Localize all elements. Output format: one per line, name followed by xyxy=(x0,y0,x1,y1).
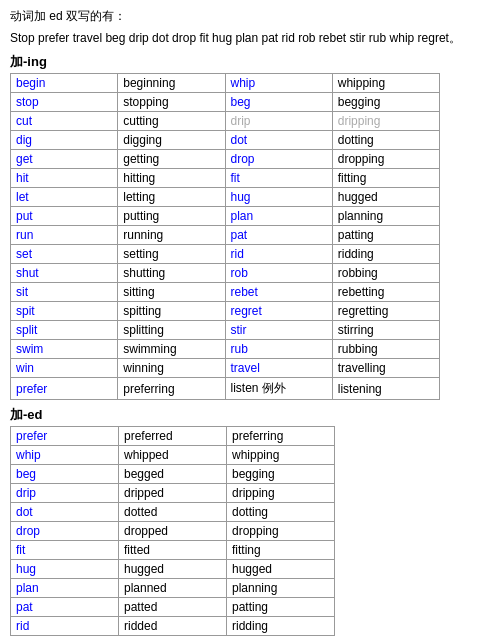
ing-cell: whipping xyxy=(332,74,439,93)
ed-cell: prefer xyxy=(11,427,119,446)
intro-text: Stop prefer travel beg drip dot drop fit… xyxy=(10,29,490,47)
ed-cell: dropped xyxy=(119,522,227,541)
ing-cell: dot xyxy=(225,131,332,150)
ed-cell: rid xyxy=(11,617,119,636)
ing-cell: digging xyxy=(118,131,225,150)
ing-cell: travelling xyxy=(332,359,439,378)
ing-cell: preferring xyxy=(118,378,225,400)
ing-cell: prefer xyxy=(11,378,118,400)
ed-cell: beg xyxy=(11,465,119,484)
ed-title: 加-ed xyxy=(10,406,490,424)
ed-cell: whip xyxy=(11,446,119,465)
ing-cell: splitting xyxy=(118,321,225,340)
ing-cell: rebet xyxy=(225,283,332,302)
ing-cell: regretting xyxy=(332,302,439,321)
ed-cell: fitted xyxy=(119,541,227,560)
ed-cell: dotted xyxy=(119,503,227,522)
ing-cell: shutting xyxy=(118,264,225,283)
ing-cell: getting xyxy=(118,150,225,169)
ing-cell: swimming xyxy=(118,340,225,359)
ing-cell: rebetting xyxy=(332,283,439,302)
ing-cell: pat xyxy=(225,226,332,245)
ing-cell: running xyxy=(118,226,225,245)
ing-cell: dotting xyxy=(332,131,439,150)
ed-cell: ridded xyxy=(119,617,227,636)
ed-cell: hugged xyxy=(119,560,227,579)
ed-table: preferpreferredpreferringwhipwhippedwhip… xyxy=(10,426,335,636)
ing-cell: hit xyxy=(11,169,118,188)
ing-cell: dripping xyxy=(332,112,439,131)
ed-cell: patting xyxy=(227,598,335,617)
ing-cell: fitting xyxy=(332,169,439,188)
ing-cell: set xyxy=(11,245,118,264)
ing-cell: letting xyxy=(118,188,225,207)
ing-cell: travel xyxy=(225,359,332,378)
ing-cell: dig xyxy=(11,131,118,150)
ing-cell: hug xyxy=(225,188,332,207)
ing-cell: putting xyxy=(118,207,225,226)
ing-cell: hitting xyxy=(118,169,225,188)
ing-cell: begin xyxy=(11,74,118,93)
ed-cell: whipped xyxy=(119,446,227,465)
ing-cell: patting xyxy=(332,226,439,245)
ed-cell: fitting xyxy=(227,541,335,560)
ing-cell: sitting xyxy=(118,283,225,302)
ing-cell: rub xyxy=(225,340,332,359)
ed-cell: dripping xyxy=(227,484,335,503)
ed-cell: dotting xyxy=(227,503,335,522)
ing-cell: shut xyxy=(11,264,118,283)
ing-cell: hugged xyxy=(332,188,439,207)
ing-cell: dropping xyxy=(332,150,439,169)
ed-cell: preferred xyxy=(119,427,227,446)
ing-cell: stir xyxy=(225,321,332,340)
ing-cell: stopping xyxy=(118,93,225,112)
ing-cell: begging xyxy=(332,93,439,112)
ing-cell: beg xyxy=(225,93,332,112)
ing-cell: swim xyxy=(11,340,118,359)
ing-cell: drip xyxy=(225,112,332,131)
ing-cell: drop xyxy=(225,150,332,169)
ed-cell: hug xyxy=(11,560,119,579)
ing-cell: stop xyxy=(11,93,118,112)
ed-cell: planned xyxy=(119,579,227,598)
ing-cell: rubbing xyxy=(332,340,439,359)
ed-cell: drop xyxy=(11,522,119,541)
ing-cell: get xyxy=(11,150,118,169)
ed-cell: planning xyxy=(227,579,335,598)
ing-cell: planning xyxy=(332,207,439,226)
ing-cell: robbing xyxy=(332,264,439,283)
ed-cell: preferring xyxy=(227,427,335,446)
ing-cell: win xyxy=(11,359,118,378)
section-title: 动词加 ed 双写的有： xyxy=(10,8,490,25)
ing-cell: listen 例外 xyxy=(225,378,332,400)
ed-cell: pat xyxy=(11,598,119,617)
ed-cell: begging xyxy=(227,465,335,484)
ed-cell: fit xyxy=(11,541,119,560)
ing-cell: rid xyxy=(225,245,332,264)
ing-cell: ridding xyxy=(332,245,439,264)
ing-cell: setting xyxy=(118,245,225,264)
ed-cell: ridding xyxy=(227,617,335,636)
ing-cell: spit xyxy=(11,302,118,321)
ing-table: beginbeginningwhipwhippingstopstoppingbe… xyxy=(10,73,440,400)
ed-cell: dropping xyxy=(227,522,335,541)
ed-cell: dripped xyxy=(119,484,227,503)
ing-cell: fit xyxy=(225,169,332,188)
ing-cell: cutting xyxy=(118,112,225,131)
ed-cell: dot xyxy=(11,503,119,522)
ed-cell: plan xyxy=(11,579,119,598)
ing-cell: listening xyxy=(332,378,439,400)
ing-cell: rob xyxy=(225,264,332,283)
ing-cell: regret xyxy=(225,302,332,321)
ing-cell: spitting xyxy=(118,302,225,321)
ed-cell: whipping xyxy=(227,446,335,465)
ing-cell: split xyxy=(11,321,118,340)
ed-cell: hugged xyxy=(227,560,335,579)
ing-cell: beginning xyxy=(118,74,225,93)
ing-title: 加-ing xyxy=(10,53,490,71)
ing-cell: cut xyxy=(11,112,118,131)
ing-cell: let xyxy=(11,188,118,207)
ing-cell: run xyxy=(11,226,118,245)
ed-cell: drip xyxy=(11,484,119,503)
ing-cell: put xyxy=(11,207,118,226)
